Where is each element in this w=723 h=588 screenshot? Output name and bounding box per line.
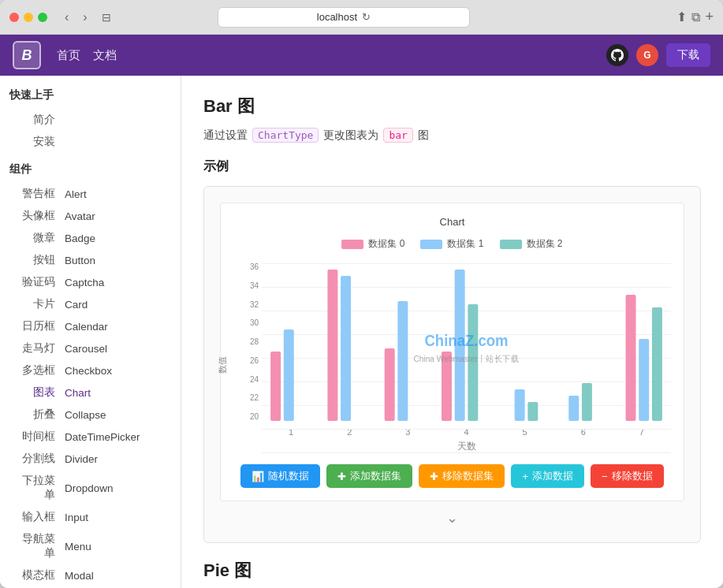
x-label-1: 1 — [262, 424, 320, 437]
svg-rect-5 — [397, 301, 408, 421]
sidebar-item-install[interactable]: 安装 — [9, 131, 171, 153]
sidebar-item-modal[interactable]: 模态框 Modal — [9, 564, 171, 586]
bar-chart-title: Bar 图 — [203, 95, 701, 118]
pie-chart-title: Pie 图 — [203, 559, 701, 582]
sidebar-item-datetimepicker[interactable]: 时间框 DateTimePicker — [9, 426, 171, 448]
sidebar: 快速上手 简介 安装 组件 警告框 Alert 头像框 Avatar 微章 Ba… — [0, 76, 181, 588]
chart-icon-3: + — [522, 471, 528, 482]
forward-button[interactable]: › — [78, 9, 91, 26]
x-label-6: 6 — [554, 424, 613, 437]
bars-container: ChinaZ.com China Webmaster丨站长下载 1 2 3 4 — [262, 263, 671, 453]
sidebar-item-captcha[interactable]: 验证码 Captcha — [9, 271, 171, 293]
legend-label-0: 数据集 0 — [368, 237, 404, 251]
sidebar-item-calendar[interactable]: 日历框 Calendar — [9, 315, 171, 337]
sidebar-item-chart[interactable]: 图表 Chart — [9, 381, 171, 404]
appbar: B 首页 文档 G 下载 — [0, 35, 723, 76]
svg-rect-2 — [327, 270, 337, 421]
collapse-button[interactable]: ⌄ — [446, 509, 458, 527]
chart-icon-0: 📊 — [252, 471, 264, 482]
action-buttons: ⬆ ⧉ + — [676, 9, 714, 25]
sidebar-item-input[interactable]: 输入框 Input — [9, 506, 171, 528]
remove-data-button[interactable]: − 移除数据 — [591, 464, 664, 488]
svg-rect-14 — [639, 339, 649, 421]
legend-item-2: 数据集 2 — [500, 237, 563, 251]
share-button[interactable]: ⬆ — [676, 9, 687, 25]
svg-rect-10 — [527, 402, 538, 421]
appbar-nav: 首页 文档 — [57, 48, 117, 63]
add-dataset-button[interactable]: ✚ 添加数据集 — [326, 464, 412, 488]
desc-mid: 更改图表为 — [323, 128, 378, 143]
x-label-2: 2 — [320, 424, 378, 437]
legend-label-1: 数据集 1 — [447, 237, 483, 251]
legend-item-0: 数据集 0 — [341, 237, 404, 251]
add-data-label: 添加数据 — [532, 469, 573, 483]
chart-type-code: ChartType — [252, 128, 319, 143]
nav-docs[interactable]: 文档 — [93, 48, 117, 63]
random-data-button[interactable]: 📊 随机数据 — [240, 464, 320, 488]
bar-chart-section-label: 示例 — [203, 158, 701, 175]
bar-code: bar — [383, 128, 412, 143]
desc-suffix: 图 — [418, 128, 429, 143]
sidebar-item-badge[interactable]: 微章 Badge — [9, 227, 171, 249]
window-toggle-button[interactable]: ⊟ — [102, 11, 111, 24]
content-area: Bar 图 通过设置 ChartType 更改图表为 bar 图 示例 Char… — [181, 76, 723, 588]
desc-prefix: 通过设置 — [203, 128, 248, 143]
sidebar-item-intro[interactable]: 简介 — [9, 109, 171, 131]
traffic-lights — [9, 13, 47, 22]
collapse-toggle: ⌄ — [220, 509, 684, 527]
sidebar-item-alert[interactable]: 警告框 Alert — [9, 183, 171, 205]
svg-rect-1 — [284, 329, 294, 421]
new-tab-button[interactable]: + — [705, 9, 714, 25]
minimize-button[interactable] — [24, 13, 33, 22]
sidebar-label-intro: 简介 — [16, 113, 55, 127]
new-window-button[interactable]: ⧉ — [691, 9, 700, 25]
add-dataset-label: 添加数据集 — [350, 469, 401, 483]
sidebar-item-avatar[interactable]: 头像框 Avatar — [9, 205, 171, 227]
y-axis-label: 数值 — [218, 355, 227, 373]
remove-dataset-label: 移除数据集 — [442, 469, 494, 483]
svg-text:ChinaZ.com: ChinaZ.com — [425, 332, 509, 349]
github-icon[interactable] — [606, 44, 628, 66]
chart-inner-title: Chart — [233, 216, 671, 228]
sidebar-item-checkbox[interactable]: 多选框 Checkbox — [9, 359, 171, 381]
sidebar-item-collapse[interactable]: 折叠 Collapse — [9, 404, 171, 426]
x-label-5: 5 — [496, 424, 554, 437]
svg-rect-4 — [385, 348, 395, 421]
svg-rect-13 — [626, 295, 636, 421]
address-bar: localhost ↻ — [218, 7, 470, 28]
sidebar-item-carousel[interactable]: 走马灯 Carousel — [9, 337, 171, 359]
sidebar-item-menu[interactable]: 导航菜单 Menu — [9, 528, 171, 564]
main-layout: 快速上手 简介 安装 组件 警告框 Alert 头像框 Avatar 微章 Ba… — [0, 76, 723, 588]
svg-rect-12 — [582, 383, 592, 421]
sidebar-item-button[interactable]: 按钮 Button — [9, 249, 171, 271]
close-button[interactable] — [9, 13, 19, 22]
chart-icon-2: ✚ — [430, 471, 438, 482]
x-axis-title: 天数 — [262, 440, 671, 453]
remove-dataset-button[interactable]: ✚ 移除数据集 — [419, 464, 505, 488]
legend-label-2: 数据集 2 — [527, 237, 563, 251]
x-axis-labels: 1 2 3 4 5 6 7 — [262, 424, 671, 437]
sidebar-item-card[interactable]: 卡片 Card — [9, 293, 171, 315]
chart-icon-4: − — [602, 471, 608, 482]
maximize-button[interactable] — [38, 13, 47, 22]
legend-color-0 — [341, 240, 363, 249]
sidebar-item-dropdown[interactable]: 下拉菜单 Dropdown — [9, 470, 171, 506]
sidebar-section-quickstart: 快速上手 — [9, 88, 171, 102]
add-data-button[interactable]: + 添加数据 — [511, 464, 584, 488]
svg-text:China Webmaster丨站长下载: China Webmaster丨站长下载 — [413, 354, 519, 363]
sidebar-item-divider[interactable]: 分割线 Divider — [9, 448, 171, 470]
chart-legend: 数据集 0 数据集 1 数据集 2 — [233, 237, 671, 251]
x-label-4: 4 — [437, 424, 495, 437]
back-button[interactable]: ‹ — [60, 9, 73, 26]
svg-rect-3 — [341, 276, 351, 421]
nav-home[interactable]: 首页 — [57, 48, 80, 63]
titlebar: ‹ › ⊟ localhost ↻ ⬆ ⧉ + — [0, 0, 723, 35]
nav-buttons: ‹ › — [60, 9, 92, 26]
circle-red-icon[interactable]: G — [636, 44, 658, 66]
download-button[interactable]: 下载 — [666, 43, 710, 67]
svg-rect-15 — [652, 307, 662, 421]
chart-svg: ChinaZ.com China Webmaster丨站长下载 — [262, 263, 671, 421]
reload-button[interactable]: ↻ — [362, 11, 371, 23]
remove-data-label: 移除数据 — [612, 469, 653, 483]
x-label-7: 7 — [613, 424, 671, 437]
